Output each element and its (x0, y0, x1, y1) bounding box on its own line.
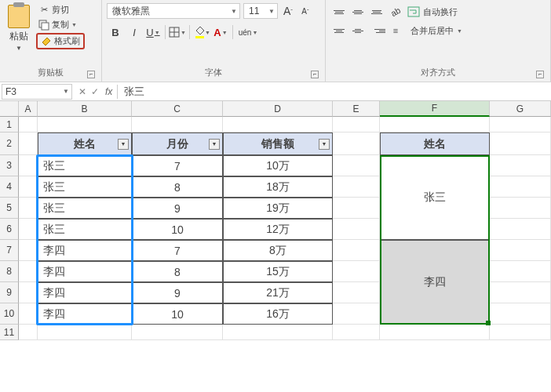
cell-name[interactable]: 李四 (38, 282, 132, 303)
cell-name[interactable]: 李四 (38, 240, 132, 261)
cell-name[interactable]: 张三 (38, 198, 132, 219)
row-header-5[interactable]: 5 (0, 198, 19, 219)
bold-button[interactable]: B (107, 24, 124, 41)
row-header-2[interactable]: 2 (0, 132, 19, 155)
cell[interactable] (333, 117, 380, 132)
row-header-10[interactable]: 10 (0, 303, 19, 325)
table-header-sales[interactable]: 销售额▼ (223, 132, 333, 155)
align-left-button[interactable] (330, 22, 348, 39)
font-launcher[interactable]: ⌐ (311, 71, 319, 78)
cell-sales[interactable]: 8万 (223, 240, 333, 261)
align-bottom-button[interactable] (368, 3, 385, 20)
cell-month[interactable]: 10 (132, 219, 223, 240)
phonetic-guide-button[interactable]: uén ▼ (236, 24, 260, 41)
cell-month[interactable]: 9 (132, 198, 223, 219)
cell-name[interactable]: 李四 (38, 303, 132, 325)
alignment-launcher[interactable]: ⌐ (536, 71, 544, 78)
wrap-text-button[interactable]: 自动换行 (407, 6, 462, 18)
formula-bar[interactable]: 张三 (117, 85, 551, 99)
cell[interactable] (19, 325, 38, 340)
row-header-4[interactable]: 4 (0, 176, 19, 198)
cell-month[interactable]: 10 (132, 303, 223, 325)
row-header-7[interactable]: 7 (0, 240, 19, 261)
cell[interactable] (490, 117, 551, 132)
orientation-button[interactable]: ab (387, 3, 404, 20)
font-size-select[interactable]: 11 ▼ (243, 3, 278, 19)
filter-button[interactable]: ▼ (319, 139, 330, 150)
cell-sales[interactable]: 12万 (223, 219, 333, 240)
italic-button[interactable]: I (126, 24, 143, 41)
column-header-E[interactable]: E (333, 101, 380, 117)
cell[interactable] (380, 117, 490, 132)
cell-sales[interactable]: 18万 (223, 176, 333, 198)
merge-center-button[interactable]: 合并后居中 ▼ (407, 25, 462, 37)
row-header-11[interactable]: 11 (0, 325, 19, 340)
cell[interactable] (132, 325, 223, 340)
copy-button[interactable]: 复制 ▼ (36, 18, 85, 31)
column-header-G[interactable]: G (490, 101, 551, 117)
cell[interactable] (132, 117, 223, 132)
cell-month[interactable]: 7 (132, 240, 223, 261)
cell-month[interactable]: 8 (132, 261, 223, 282)
font-color-button[interactable]: A ▼ (212, 24, 229, 41)
cell[interactable] (19, 117, 38, 132)
paint-bucket-icon (193, 26, 204, 38)
row-header-1[interactable]: 1 (0, 117, 19, 132)
cell-month[interactable]: 9 (132, 282, 223, 303)
fill-color-button[interactable]: ▼ (193, 24, 210, 41)
cell-sales[interactable]: 10万 (223, 155, 333, 176)
paste-button[interactable]: 粘贴 ▼ (5, 3, 33, 53)
enter-formula-button[interactable]: ✓ (91, 86, 99, 97)
column-header-A[interactable]: A (19, 101, 38, 117)
font-family-select[interactable]: 微软雅黑 ▼ (107, 3, 240, 19)
cell[interactable] (490, 325, 551, 340)
merged-cell-2[interactable]: 李四 (380, 240, 490, 325)
clipboard-launcher[interactable]: ⌐ (87, 71, 95, 78)
cell[interactable] (223, 117, 333, 132)
select-all-corner[interactable] (0, 101, 19, 117)
fx-icon[interactable]: fx (105, 86, 117, 97)
format-painter-button[interactable]: 格式刷 (36, 33, 85, 49)
increase-font-button[interactable]: Aˆ (281, 4, 295, 18)
column-header-C[interactable]: C (132, 101, 223, 117)
underline-button[interactable]: U▼ (144, 24, 162, 41)
cell[interactable] (38, 325, 132, 340)
row-header-3[interactable]: 3 (0, 155, 19, 176)
cell[interactable] (333, 325, 380, 340)
secondary-header[interactable]: 姓名 (380, 132, 490, 155)
indent-button[interactable]: ≡ (387, 22, 404, 39)
cell-sales[interactable]: 19万 (223, 198, 333, 219)
table-header-name[interactable]: 姓名▼ (38, 132, 132, 155)
merged-cell-1[interactable]: 张三 (380, 155, 490, 240)
table-header-month[interactable]: 月份▼ (132, 132, 223, 155)
align-middle-button[interactable] (349, 3, 367, 20)
cell-name[interactable]: 张三 (38, 176, 132, 198)
align-right-button[interactable] (368, 22, 385, 39)
column-header-D[interactable]: D (223, 101, 333, 117)
borders-button[interactable]: ▼ (169, 24, 186, 41)
cell-sales[interactable]: 15万 (223, 261, 333, 282)
cell[interactable] (38, 117, 132, 132)
filter-button[interactable]: ▼ (118, 139, 129, 150)
cell[interactable] (380, 325, 490, 340)
row-header-9[interactable]: 9 (0, 282, 19, 303)
cell-month[interactable]: 7 (132, 155, 223, 176)
cut-button[interactable]: ✂ 剪切 (36, 3, 85, 16)
name-box[interactable]: F3 ▼ (2, 84, 72, 100)
cell-month[interactable]: 8 (132, 176, 223, 198)
cell-sales[interactable]: 16万 (223, 303, 333, 325)
decrease-font-button[interactable]: Aˇ (298, 4, 312, 18)
filter-button[interactable]: ▼ (209, 139, 220, 150)
align-center-button[interactable] (349, 22, 367, 39)
align-top-button[interactable] (330, 3, 348, 20)
cell-name[interactable]: 张三 (38, 219, 132, 240)
cell[interactable] (223, 325, 333, 340)
column-header-F[interactable]: F (380, 101, 490, 117)
cell-name[interactable]: 张三 (38, 155, 132, 176)
cell-name[interactable]: 李四 (38, 261, 132, 282)
row-header-8[interactable]: 8 (0, 261, 19, 282)
cancel-formula-button[interactable]: ✕ (78, 86, 86, 97)
row-header-6[interactable]: 6 (0, 219, 19, 240)
cell-sales[interactable]: 21万 (223, 282, 333, 303)
column-header-B[interactable]: B (38, 101, 132, 117)
